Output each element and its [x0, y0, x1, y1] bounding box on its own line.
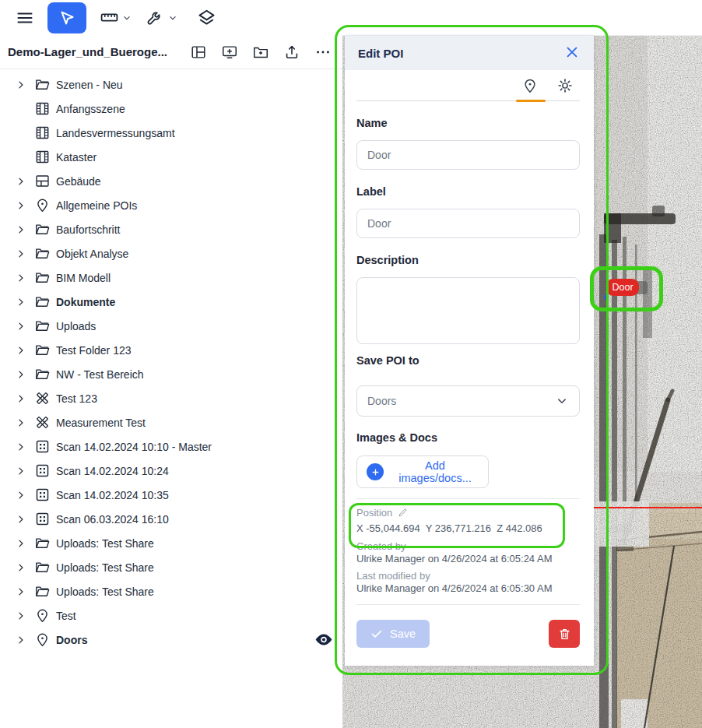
tree-item[interactable]: Test 123: [0, 386, 342, 410]
name-input[interactable]: [356, 140, 580, 170]
name-label: Name: [356, 117, 580, 129]
label-input[interactable]: [356, 209, 580, 238]
tab-divider: [356, 100, 580, 101]
folder-add-icon: [254, 47, 268, 57]
tree-item[interactable]: Dokumente: [0, 290, 342, 314]
tree-item-icon: [34, 245, 51, 262]
chevron-right-icon[interactable]: [16, 370, 26, 379]
tree-item[interactable]: Uploads: Test Share: [0, 579, 342, 603]
tree-item[interactable]: Objekt Analyse: [0, 241, 342, 266]
chevron-right-icon[interactable]: [16, 80, 26, 90]
measure-tool-button[interactable]: [99, 8, 132, 28]
save-button-label: Save: [390, 628, 416, 640]
save-poi-to-label: Save POI to: [356, 354, 580, 367]
tree-item[interactable]: Anfangsszene: [0, 97, 342, 121]
tree-item[interactable]: Scan 14.02.2024 10:10 - Master: [0, 434, 342, 459]
tree-item[interactable]: Uploads: Test Share: [0, 531, 342, 555]
sidebar: Demo-Lager_und_Bueroge... Szenen - Neu A…: [0, 35, 342, 728]
chevron-right-icon[interactable]: [16, 587, 26, 596]
tree-item[interactable]: Measurement Test: [0, 410, 342, 434]
chevron-right-icon[interactable]: [16, 418, 26, 427]
edit-position-pencil-icon[interactable]: [398, 508, 408, 518]
tree-item[interactable]: Scan 06.03.2024 16:10: [0, 507, 342, 531]
tree-item-label: Objekt Analyse: [56, 248, 128, 260]
tab-settings[interactable]: [556, 77, 574, 94]
tree-item-icon: [34, 583, 51, 600]
label-label: Label: [356, 185, 580, 198]
more-button[interactable]: [314, 44, 332, 61]
tree-item[interactable]: Uploads: [0, 314, 342, 338]
tree-item-icon: [34, 76, 51, 93]
panel-footer: Save: [356, 620, 580, 648]
chevron-right-icon[interactable]: [16, 466, 26, 476]
tree-item[interactable]: Landesvermessungsamt: [0, 121, 342, 145]
chevron-right-icon[interactable]: [16, 515, 26, 524]
tree-item[interactable]: Szenen - Neu: [0, 72, 342, 97]
save-button[interactable]: Save: [356, 620, 430, 648]
tree-item[interactable]: Allgemeine POIs: [0, 193, 342, 217]
chevron-right-icon[interactable]: [16, 611, 26, 621]
chevron-right-icon[interactable]: [16, 177, 26, 186]
position-label: Position: [356, 507, 392, 519]
chevron-right-icon[interactable]: [16, 563, 26, 572]
tree-item[interactable]: Kataster: [0, 145, 342, 169]
tree-item[interactable]: Gebäude: [0, 169, 342, 193]
tree-item[interactable]: Doors: [0, 628, 342, 652]
tools-button[interactable]: [145, 8, 178, 28]
description-textarea[interactable]: [356, 277, 580, 344]
chevron-right-icon[interactable]: [16, 201, 26, 210]
tree-item-icon: [34, 125, 51, 141]
menu-button[interactable]: [14, 7, 36, 29]
tree-item-label: Gebäude: [56, 175, 101, 188]
add-folder-button[interactable]: [252, 44, 269, 61]
chevron-right-icon[interactable]: [16, 442, 26, 452]
close-button[interactable]: [564, 44, 581, 62]
add-images-button[interactable]: Add images/docs...: [356, 455, 489, 488]
chevron-right-icon[interactable]: [16, 249, 26, 258]
active-tab-indicator: [516, 100, 546, 103]
upload-button[interactable]: [283, 44, 300, 61]
layers-button[interactable]: [195, 7, 217, 29]
chevron-right-icon[interactable]: [16, 394, 26, 403]
tree-item[interactable]: Test Folder 123: [0, 338, 342, 362]
hamburger-icon: [19, 13, 32, 22]
chevron-right-icon[interactable]: [16, 225, 26, 234]
tree-item[interactable]: Scan 14.02.2024 10:35: [0, 483, 342, 507]
panels-button[interactable]: [190, 44, 207, 61]
tree-item-icon: [34, 487, 51, 503]
tree-item[interactable]: Baufortschritt: [0, 217, 342, 241]
add-scene-button[interactable]: [221, 44, 238, 61]
chevron-right-icon[interactable]: [16, 297, 26, 307]
tree-item-icon: [34, 366, 51, 382]
tree-item-icon: [34, 294, 51, 310]
chevron-right-icon[interactable]: [16, 346, 26, 355]
tree-item[interactable]: BIM Modell: [0, 266, 342, 290]
select-tool-button[interactable]: [47, 2, 86, 33]
tree-item[interactable]: Scan 14.02.2024 10:24: [0, 459, 342, 483]
tree-item-icon: [34, 173, 51, 189]
tree-item-label: Baufortschritt: [56, 223, 120, 236]
chevron-right-icon[interactable]: [16, 539, 26, 548]
tree-item[interactable]: NW - Test Bereich: [0, 362, 342, 386]
tree-item-label: Landesvermessungsamt: [56, 127, 175, 139]
chevron-right-icon[interactable]: [16, 322, 26, 331]
visibility-eye-icon[interactable]: [312, 630, 335, 649]
chevron-right-icon[interactable]: [16, 635, 26, 645]
tree-item-label: Doors: [56, 634, 87, 646]
tree-item[interactable]: Test: [0, 603, 342, 628]
position-value: X -55,044.694 Y 236,771.216 Z 442.086: [356, 522, 580, 534]
tree-item-icon: [34, 221, 51, 237]
chevron-down-icon: [121, 12, 132, 23]
chevron-right-icon[interactable]: [16, 273, 26, 283]
tree-item[interactable]: Uploads: Test Share: [0, 555, 342, 579]
poi-door-label[interactable]: Door: [606, 279, 639, 296]
folder-select[interactable]: Doors: [356, 385, 580, 417]
tree-item-icon: [34, 511, 51, 527]
chevron-right-icon[interactable]: [16, 491, 26, 500]
check-icon: [370, 628, 383, 640]
tree-item-label: Uploads: Test Share: [56, 537, 154, 550]
tab-poi-pin[interactable]: [521, 77, 539, 94]
delete-button[interactable]: [549, 620, 580, 648]
sidebar-header: Demo-Lager_und_Bueroge...: [0, 35, 342, 69]
project-title: Demo-Lager_und_Bueroge...: [8, 45, 167, 58]
